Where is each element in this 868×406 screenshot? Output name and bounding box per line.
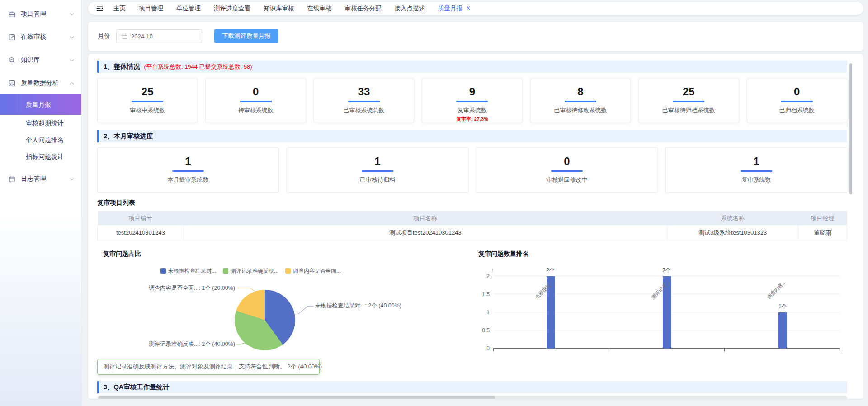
chart-tooltip: 测评记录准确反映测评方法、测评对象及测评结果，支持符合性判断。 2个 (40.0… <box>97 359 320 375</box>
sidebar-item-label: 日志管理 <box>21 175 46 183</box>
stat-underline <box>673 101 704 102</box>
month-picker-value: 2024-10 <box>131 33 153 40</box>
x-axis-tick <box>609 349 609 351</box>
legend-item[interactable]: 测评记录准确反映... <box>223 267 278 275</box>
pie-label-eval-record: 测评记录准确反映...: 2个 (40.00%) <box>123 340 235 348</box>
review-project-table: 项目编号 项目名称 系统名称 项目经理 test202410301243 测试项… <box>97 211 847 241</box>
nav-tab-access-point[interactable]: 接入点描述 <box>395 5 425 13</box>
section-note: (平台系统总数: 1944 已提交系统总数: 58) <box>144 63 252 71</box>
nav-tab-knowledge-review[interactable]: 知识库审核 <box>264 5 294 13</box>
calendar-icon <box>121 33 127 39</box>
chevron-up-icon <box>70 82 74 85</box>
legend-item[interactable]: 调查内容是否全面... <box>285 267 341 275</box>
table-header-row: 项目编号 项目名称 系统名称 项目经理 <box>98 211 847 225</box>
download-report-button[interactable]: 下载测评质量月报 <box>214 29 278 43</box>
stat-underline <box>240 101 272 102</box>
nav-tab-unit-management[interactable]: 单位管理 <box>176 5 201 13</box>
section-header-qa-workload: 3、QA审核工作量统计 <box>97 381 847 393</box>
stat-value: 25 <box>639 86 738 98</box>
y-axis-tick-label: 1 <box>478 309 490 316</box>
menu-fold-icon[interactable] <box>96 5 104 12</box>
sidebar-subitem-indicator-issue-stats[interactable]: 指标问题统计 <box>0 148 81 165</box>
stat-label: 已归档系统数 <box>747 106 847 114</box>
stat-label: 已审核待修改系统数 <box>531 106 630 114</box>
nav-tab-evaluation-progress[interactable]: 测评进度查看 <box>214 5 250 13</box>
x-axis-tick <box>493 349 494 351</box>
stat-value: 33 <box>314 86 414 98</box>
report-content: 1、整体情况 (平台系统总数: 1944 已提交系统总数: 58) 25 审核中… <box>88 54 863 399</box>
stat-value: 8 <box>531 86 630 98</box>
sidebar-item-log-management[interactable]: 日志管理 <box>0 170 81 188</box>
stat-underline <box>781 101 813 102</box>
pie-label-survey-content: 调查内容是否全面...: 1个 (20.00%) <box>123 284 235 292</box>
quality-analysis-submenu: 质量月报 审核超期统计 个人问题排名 指标问题统计 <box>0 94 81 165</box>
stat-card-monthly-submitted: 1 本月提审系统数 <box>97 147 279 193</box>
bar-3[interactable] <box>778 312 787 349</box>
column-header-project-manager: 项目经理 <box>798 211 847 225</box>
stat-label: 已审核待归档 <box>287 176 468 184</box>
sidebar-item-project-management[interactable]: 项目管理 <box>0 5 81 23</box>
charts-row: 复审问题占比 未根据检查结果对... 测评记录准确反映... 调查内容是否全面.… <box>97 247 847 377</box>
stat-card-to-archive: 25 已审核待归档系统数 <box>638 78 739 123</box>
vertical-scrollbar-thumb[interactable] <box>849 63 852 194</box>
stat-card-pending-review: 0 待审核系统数 <box>205 78 306 123</box>
sidebar-subitem-personal-issue-ranking[interactable]: 个人问题排名 <box>0 132 81 148</box>
stat-label: 审核中系统数 <box>98 106 197 114</box>
stat-card-re-review: 9 复审系统数 复审率: 27.3% <box>422 78 522 123</box>
cell-project-code: test202410301243 <box>98 225 184 241</box>
column-header-project-name: 项目名称 <box>184 211 667 225</box>
nav-tab-online-review[interactable]: 在线审核 <box>307 5 332 13</box>
chevron-down-icon <box>70 59 74 62</box>
stat-card-archived: 0 已归档系统数 <box>747 78 847 123</box>
stat-label: 审核退回修改中 <box>476 176 657 184</box>
legend-item[interactable]: 未根据检查结果对... <box>160 267 216 275</box>
stat-underline <box>172 170 204 172</box>
stat-card-monthly-to-archive: 1 已审核待归档 <box>287 147 468 193</box>
section-title: 3、QA审核工作量统计 <box>104 383 170 392</box>
x-axis-tick <box>840 349 840 351</box>
cell-project-name: 测试项目test202410301243 <box>184 225 667 241</box>
legend-swatch <box>285 268 291 274</box>
bar-value-label: 1个 <box>769 303 796 311</box>
nav-tab-home[interactable]: 主页 <box>113 5 126 13</box>
stat-label: 本月提审系统数 <box>98 176 278 184</box>
cell-project-manager: 董晓雨 <box>798 225 847 241</box>
stat-card-to-modify: 8 已审核待修改系统数 <box>530 78 631 123</box>
chevron-down-icon <box>70 36 74 39</box>
stat-underline <box>348 101 380 102</box>
nav-tab-quality-monthly-report-active[interactable]: 质量月报 X <box>438 5 470 13</box>
y-axis-tick-label: 0.5 <box>478 327 490 334</box>
stat-label: 已审核系统总数 <box>314 106 414 114</box>
stat-value: 25 <box>98 86 197 98</box>
sidebar-item-quality-data-analysis[interactable]: 质量数据分析 <box>0 74 81 92</box>
stat-underline <box>456 101 488 102</box>
monthly-cards-row: 1 本月提审系统数 1 已审核待归档 0 审核退回修改中 1 复审系统数 <box>97 147 847 193</box>
tab-close-icon[interactable]: X <box>467 5 470 12</box>
chevron-down-icon <box>70 13 74 16</box>
horizontal-scrollbar-thumb[interactable] <box>98 396 495 399</box>
sidebar-item-label: 在线审核 <box>21 33 46 41</box>
nav-tab-project-management[interactable]: 项目管理 <box>139 5 163 13</box>
stat-underline <box>565 101 596 102</box>
nav-tab-review-task-assign[interactable]: 审核任务分配 <box>345 5 382 13</box>
stat-label: 复审系统数 <box>422 106 522 114</box>
log-icon <box>8 175 16 183</box>
sidebar-subitem-review-overdue-stats[interactable]: 审核超期统计 <box>0 115 81 132</box>
sidebar-subitem-quality-monthly-report[interactable]: 质量月报 <box>0 94 81 115</box>
sidebar-item-online-review[interactable]: 在线审核 <box>0 28 81 46</box>
legend-label: 测评记录准确反映... <box>231 267 278 275</box>
month-picker-input[interactable]: 2024-10 <box>116 29 202 43</box>
stat-underline <box>132 101 163 102</box>
sidebar-item-label: 项目管理 <box>21 10 46 18</box>
bar-plot: ↑ 00.511.522个未根据检...2个测评记录...1个调查内容... <box>493 274 840 349</box>
cell-system-name: 测试3级系统test10301323 <box>667 225 798 241</box>
section-title: 1、整体情况 <box>104 62 140 71</box>
month-filter-label: 月份 <box>98 32 110 40</box>
stat-label: 待审核系统数 <box>206 106 305 114</box>
sidebar-item-knowledge-base[interactable]: 知识库 <box>0 51 81 69</box>
pie[interactable] <box>235 290 295 350</box>
stat-card-monthly-re-review: 1 复审系统数 <box>665 147 847 193</box>
horizontal-scrollbar[interactable] <box>97 396 847 399</box>
data-analysis-icon <box>8 80 16 87</box>
x-axis-tick <box>724 349 725 351</box>
